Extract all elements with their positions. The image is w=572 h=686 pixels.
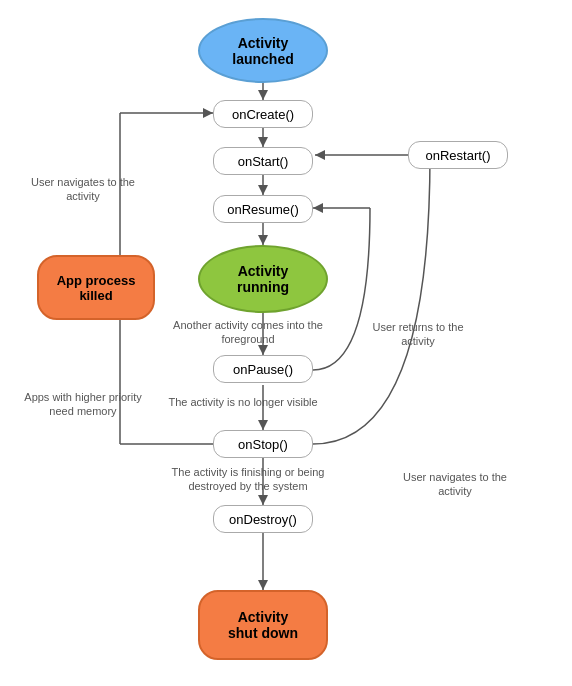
svg-marker-13 bbox=[258, 495, 268, 505]
on-start-node: onStart() bbox=[213, 147, 313, 175]
on-destroy-node: onDestroy() bbox=[213, 505, 313, 533]
on-stop-node: onStop() bbox=[213, 430, 313, 458]
on-restart-label: onRestart() bbox=[425, 148, 490, 163]
activity-shut-down-label: Activity shut down bbox=[228, 609, 298, 641]
svg-marker-19 bbox=[313, 203, 323, 213]
on-destroy-label: onDestroy() bbox=[229, 512, 297, 527]
svg-marker-7 bbox=[258, 235, 268, 245]
on-pause-label: onPause() bbox=[233, 362, 293, 377]
svg-marker-1 bbox=[258, 90, 268, 100]
on-resume-label: onResume() bbox=[227, 202, 299, 217]
svg-marker-25 bbox=[203, 108, 213, 118]
svg-marker-15 bbox=[258, 580, 268, 590]
on-stop-label: onStop() bbox=[238, 437, 288, 452]
user-navigates-top-label: User navigates to the activity bbox=[28, 175, 138, 204]
activity-launched-node: Activity launched bbox=[198, 18, 328, 83]
activity-no-longer-visible-label: The activity is no longer visible bbox=[168, 395, 318, 409]
activity-running-node: Activity running bbox=[198, 245, 328, 313]
on-start-label: onStart() bbox=[238, 154, 289, 169]
user-navigates-bottom-label: User navigates to the activity bbox=[400, 470, 510, 499]
activity-shut-down-node: Activity shut down bbox=[198, 590, 328, 660]
svg-marker-5 bbox=[258, 185, 268, 195]
activity-running-label: Activity running bbox=[237, 263, 289, 295]
on-create-node: onCreate() bbox=[213, 100, 313, 128]
another-activity-foreground-label: Another activity comes into the foregrou… bbox=[168, 318, 328, 347]
activity-launched-label: Activity launched bbox=[232, 35, 293, 67]
app-process-killed-node: App process killed bbox=[37, 255, 155, 320]
on-pause-node: onPause() bbox=[213, 355, 313, 383]
apps-higher-priority-label: Apps with higher priority need memory bbox=[18, 390, 148, 419]
on-resume-node: onResume() bbox=[213, 195, 313, 223]
activity-lifecycle-diagram: Activity launched onCreate() onStart() o… bbox=[0, 0, 572, 686]
on-restart-node: onRestart() bbox=[408, 141, 508, 169]
svg-marker-17 bbox=[315, 150, 325, 160]
svg-marker-11 bbox=[258, 420, 268, 430]
activity-finishing-label: The activity is finishing or being destr… bbox=[148, 465, 348, 494]
svg-marker-3 bbox=[258, 137, 268, 147]
app-process-killed-label: App process killed bbox=[57, 273, 136, 303]
user-returns-label: User returns to the activity bbox=[368, 320, 468, 349]
on-create-label: onCreate() bbox=[232, 107, 294, 122]
